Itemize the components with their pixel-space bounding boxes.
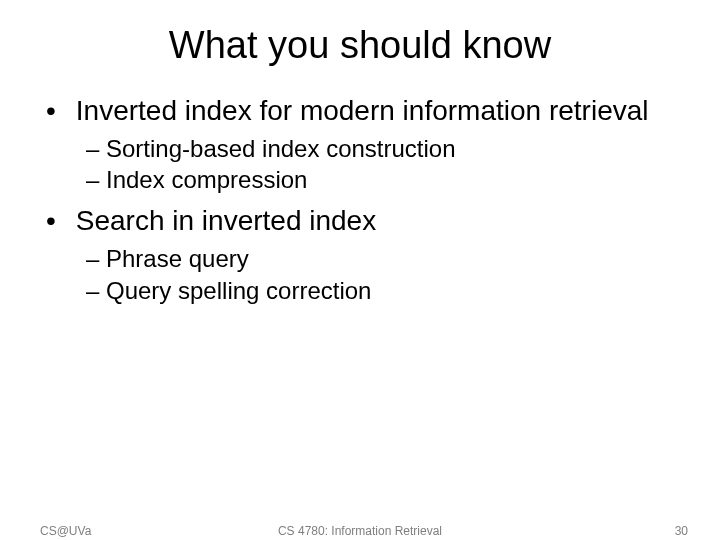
sub-bullet-item: Index compression: [86, 164, 670, 195]
bullet-text: Search in inverted index: [76, 205, 376, 236]
slide-title: What you should know: [0, 0, 720, 67]
sub-bullet-text: Sorting-based index construction: [106, 135, 456, 162]
footer-center: CS 4780: Information Retrieval: [0, 524, 720, 538]
bullet-item: Inverted index for modern information re…: [50, 95, 670, 195]
sub-bullet-text: Phrase query: [106, 245, 249, 272]
bullet-text: Inverted index for modern information re…: [76, 95, 649, 126]
slide: What you should know Inverted index for …: [0, 0, 720, 540]
bullet-list: Inverted index for modern information re…: [50, 95, 670, 306]
sub-bullet-list: Sorting-based index construction Index c…: [50, 133, 670, 195]
sub-bullet-item: Sorting-based index construction: [86, 133, 670, 164]
sub-bullet-list: Phrase query Query spelling correction: [50, 243, 670, 305]
sub-bullet-item: Query spelling correction: [86, 275, 670, 306]
sub-bullet-text: Query spelling correction: [106, 277, 371, 304]
slide-number: 30: [675, 524, 688, 538]
sub-bullet-item: Phrase query: [86, 243, 670, 274]
slide-content: Inverted index for modern information re…: [0, 67, 720, 306]
bullet-item: Search in inverted index Phrase query Qu…: [50, 205, 670, 305]
sub-bullet-text: Index compression: [106, 166, 307, 193]
